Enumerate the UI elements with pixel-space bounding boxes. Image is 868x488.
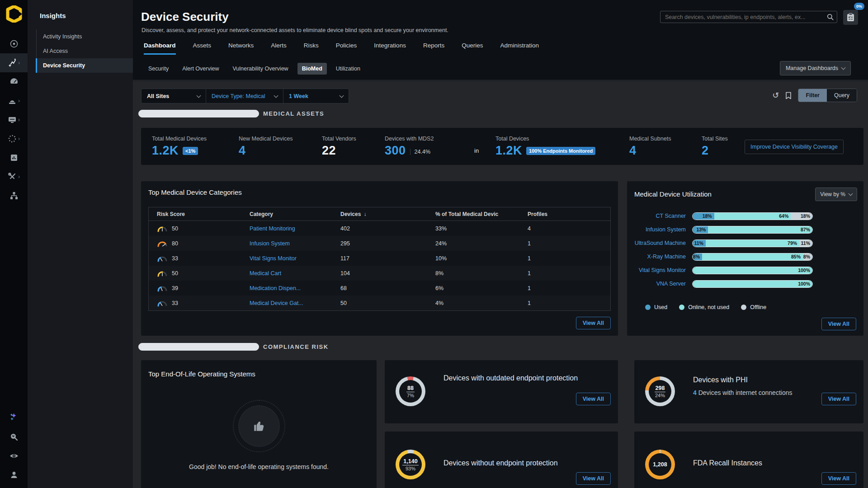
device-categories-title: Top Medical Device Categories [148, 188, 242, 196]
rail-item-discovery[interactable]: › [0, 129, 28, 148]
device-type-link[interactable]: CT Scanner [627, 213, 686, 219]
filter-actions: ↺ Filter Query [772, 89, 857, 102]
tab-alerts[interactable]: Alerts [271, 42, 287, 55]
subtab-utilization[interactable]: Utilization [331, 63, 365, 75]
checklist-button[interactable] [843, 10, 858, 25]
devices-count: 117 [340, 255, 435, 262]
view-by-dropdown[interactable]: View by % [815, 188, 857, 201]
risk-score-value: 39 [172, 285, 178, 291]
tab-risks[interactable]: Risks [304, 42, 319, 55]
endpoints-monitored-badge: 100% Endpoints Monitored [526, 147, 595, 155]
bar-segment-used: 18% [693, 213, 714, 220]
manage-dashboards-button[interactable]: Manage Dashboards [780, 61, 851, 75]
rail-item-search-insights[interactable] [0, 427, 28, 446]
subtab-alert-overview[interactable]: Alert Overview [178, 63, 223, 75]
sidebar-item-activity-insights[interactable]: Activity Insights [37, 29, 133, 44]
bar-segment-online: 100% [693, 281, 812, 287]
devices-count: 50 [340, 300, 435, 306]
subtab-biomed[interactable]: BioMed [297, 63, 327, 75]
col-profiles[interactable]: Profiles [528, 211, 610, 217]
query-mode-button[interactable]: Query [827, 89, 857, 102]
rail-item-alerts[interactable]: › [0, 91, 28, 110]
tab-integrations[interactable]: Integrations [374, 42, 406, 55]
rail-item-devices[interactable]: › [0, 110, 28, 129]
fda-recall-view-all-button[interactable]: View All [821, 472, 856, 485]
rail-item-reports[interactable] [0, 148, 28, 167]
rail-item-dashboards[interactable] [0, 72, 28, 91]
utilization-legend: Used Online, not used Offline [645, 304, 766, 310]
bookmark-icon[interactable] [785, 92, 792, 99]
phi-view-all-button[interactable]: View All [821, 393, 856, 405]
rail-item-radar[interactable] [0, 34, 28, 53]
table-row[interactable]: 80 Infusion System 295 24% 1 [149, 236, 610, 251]
tab-assets[interactable]: Assets [193, 42, 212, 55]
legend-offline[interactable]: Offline [741, 304, 766, 310]
tab-dashboard[interactable]: Dashboard [144, 42, 176, 55]
rail-item-ai-assistant[interactable] [0, 408, 28, 427]
col-risk-score[interactable]: Risk Score [157, 211, 250, 217]
chevron-down-icon [274, 93, 278, 98]
rail-item-network[interactable] [0, 186, 28, 205]
device-type-link[interactable]: VNA Server [627, 281, 686, 287]
eol-operating-systems-card: Top End-Of-Life Operating Systems Good j… [141, 360, 377, 488]
table-row[interactable]: 33 Vital Signs Monitor 117 10% 1 [149, 251, 610, 266]
table-row[interactable]: 33 Medical Device Gat... 50 4% 1 [149, 296, 610, 310]
sites-filter-dropdown[interactable]: All Sites [142, 89, 206, 103]
armis-logo[interactable] [6, 5, 22, 23]
filter-mode-button[interactable]: Filter [798, 89, 827, 102]
stacked-bar: 18%64%18% [692, 212, 813, 220]
stat-value: 4 [629, 144, 637, 158]
rail-item-visibility[interactable] [0, 446, 28, 465]
category-link[interactable]: Medication Dispen... [250, 285, 340, 291]
rail-item-user[interactable] [0, 465, 28, 484]
devices-count: 68 [340, 285, 435, 291]
category-link[interactable]: Medical Device Gat... [250, 300, 340, 306]
device-type-link[interactable]: Vital Signs Monitor [627, 267, 686, 273]
col-devices[interactable]: Devices↓ [340, 211, 435, 217]
no-endpoint-view-all-button[interactable]: View All [576, 472, 611, 485]
tab-networks[interactable]: Networks [228, 42, 254, 55]
rail-item-tools[interactable]: › [0, 167, 28, 186]
device-type-link[interactable]: X-Ray Machine [627, 253, 686, 260]
refresh-icon[interactable]: ↺ [772, 91, 779, 99]
utilization-view-all-button[interactable]: View All [821, 318, 856, 330]
legend-dot-used [645, 305, 651, 310]
device-type-link[interactable]: UltraSound Machine [627, 240, 686, 246]
legend-used[interactable]: Used [645, 304, 667, 310]
legend-online-not-used[interactable]: Online, not used [679, 304, 729, 310]
table-row[interactable]: 39 Medication Dispen... 68 6% 1 [149, 281, 610, 296]
in-connector-label: in [474, 147, 479, 154]
subtab-security[interactable]: Security [144, 63, 173, 75]
improve-visibility-button[interactable]: Improve Device Visibility Coverage [745, 140, 844, 154]
table-row[interactable]: 50 Patient Monitoring 402 33% 4 [149, 221, 610, 236]
bar-segment-online: 85% [702, 253, 803, 260]
subtab-vulnerability-overview[interactable]: Vulnerability Overview [228, 63, 292, 75]
sidebar-item-device-security[interactable]: Device Security [36, 58, 133, 73]
category-link[interactable]: Infusion System [250, 240, 340, 247]
risk-gauge-icon [157, 285, 168, 292]
categories-view-all-button[interactable]: View All [576, 317, 611, 329]
col-category[interactable]: Category [250, 211, 340, 217]
visibility-eye-icon [9, 451, 19, 460]
tab-policies[interactable]: Policies [336, 42, 357, 55]
col-pct-total[interactable]: % of Total Medical Devic [435, 211, 528, 217]
sidebar-item-ai-access[interactable]: AI Access [37, 44, 133, 58]
utilization-row: VNA Server 100% [627, 280, 856, 288]
tab-administration[interactable]: Administration [500, 42, 539, 55]
tab-queries[interactable]: Queries [462, 42, 483, 55]
rail-item-insights[interactable]: › [0, 53, 28, 72]
search-icon[interactable] [827, 14, 834, 20]
device-type-filter-dropdown[interactable]: Device Type: Medical [206, 89, 283, 103]
outdated-endpoint-view-all-button[interactable]: View All [576, 393, 611, 405]
tab-reports[interactable]: Reports [423, 42, 444, 55]
gauge-icon [9, 77, 19, 86]
category-link[interactable]: Patient Monitoring [250, 225, 340, 232]
sort-desc-icon[interactable]: ↓ [363, 211, 366, 217]
category-link[interactable]: Vital Signs Monitor [250, 255, 340, 262]
category-link[interactable]: Medical Cart [250, 270, 340, 277]
device-type-link[interactable]: Infusion System [627, 226, 686, 233]
dashboard-content: All Sites Device Type: Medical 1 Week ↺ … [133, 81, 868, 488]
table-row[interactable]: 50 Medical Cart 104 8% 1 [149, 266, 610, 281]
search-input[interactable] [660, 14, 827, 20]
time-range-filter-dropdown[interactable]: 1 Week [283, 89, 349, 103]
